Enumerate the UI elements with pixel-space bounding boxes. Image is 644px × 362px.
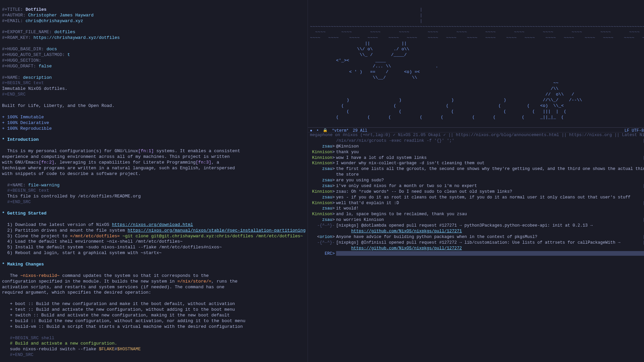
irc-line: zsau>the first one lists all the gcroots… xyxy=(310,166,644,178)
org-val: description xyxy=(23,75,52,80)
footnote-ref[interactable]: [fn:3] xyxy=(196,160,211,165)
org-email: chris@chrishayward.xyz xyxy=(25,18,83,23)
org-key: #+ROAM_KEY: xyxy=(2,35,31,40)
step: 5) Install the default system ~sudo nixo… xyxy=(7,245,222,250)
op-item: + switch :: Build and activate the new c… xyxy=(10,313,229,318)
begin-src: #+BEGIN_SRC shell xyxy=(10,336,54,341)
irc-line: Kinnison>zsau: Oh *rude words* -- Do I n… xyxy=(310,189,644,195)
tagline: Built for Life, Liberty, and the Open Ro… xyxy=(2,103,114,108)
vterm-buffer[interactable]: | | | ~~~~~~~~~~~~~~~~~~~~~~~~~~~~~~~~~~… xyxy=(308,0,644,127)
org-val: false xyxy=(39,64,52,69)
heading-intro: * Introduction xyxy=(2,137,39,142)
org-key: #+HUGO_BASE_DIR: xyxy=(2,47,44,52)
irc-line: zsau>are you using sudo? xyxy=(310,178,644,183)
modeline-enc: LF UTF-8 xyxy=(625,128,644,132)
irc-line: Kinnison>and lo, space begins to be recl… xyxy=(310,212,644,217)
irc-bot-line: -{^-^}-[nixpkgs] @dotlambda opened pull … xyxy=(310,223,644,234)
vterm-pane: | | | ~~~~~~~~~~~~~~~~~~~~~~~~~~~~~~~~~~… xyxy=(308,0,644,132)
org-title: Dotfiles xyxy=(25,7,46,12)
heading-making-changes: * Making Changes xyxy=(2,262,44,267)
modeline-pos: 29 All xyxy=(353,128,367,132)
irc-line: zsau>i've only used nixos for a month or… xyxy=(310,183,644,189)
org-val: docs xyxy=(47,47,57,52)
src-comment: # Build and activate a new configuration… xyxy=(10,341,117,346)
org-key: #+EMAIL: xyxy=(2,18,23,23)
op-item: + build-vm :: Build a script that starts… xyxy=(10,324,243,329)
modeline-vterm: ● • 🔒 *vterm* 29 All LF UTF-8 VTerm xyxy=(308,127,644,132)
irc-line: zsau>it would! xyxy=(310,206,644,212)
org-key: #+EXPORT_FILE_NAME: xyxy=(2,29,52,35)
step: 6) Reboot and login, start a graphical s… xyxy=(7,250,162,255)
dot-icon: • xyxy=(316,128,319,132)
mc-paragraph: The ~nixos-rebuild~ command updates the … xyxy=(2,273,244,296)
src-body: Immutable NixOS dotfiles. xyxy=(2,86,67,91)
irc-bot-line: -{^-^}-[nixpkgs] @Infinisil opened pull … xyxy=(310,240,644,251)
modeline-buffer-name: *vterm* xyxy=(332,128,348,132)
ascii-fish: || || \\/ o\ ./ o\\ \\_ / /____/ <'_>< _… xyxy=(310,41,582,120)
irc-line: Kinnison>wow I have a lot of old system … xyxy=(310,155,644,161)
irc-topic: megaphone on #nixos (+nrt,lag:0) ✓ NixOS… xyxy=(310,132,644,138)
org-key: #+HUGO_SECTION: xyxy=(2,58,41,63)
circle-icon: ● xyxy=(310,128,312,132)
right-pane: | | | ~~~~~~~~~~~~~~~~~~~~~~~~~~~~~~~~~~… xyxy=(308,0,644,362)
end-src: #+END_SRC xyxy=(10,352,33,357)
end-src: #+END_SRC xyxy=(2,92,25,97)
step: 2) Partition drives and mount the file s… xyxy=(7,228,306,233)
end-src: #+END_SRC xyxy=(7,199,31,204)
org-key: #+AUTHOR: xyxy=(2,13,25,18)
irc-line: <orion>Anyone have advice for building p… xyxy=(310,234,644,240)
op-item: + boot :: Build the new configuration an… xyxy=(10,301,235,306)
footnote-ref[interactable]: [fn:2] xyxy=(39,160,54,165)
org-val: dotfiles xyxy=(54,29,75,35)
lock-icon: 🔒 xyxy=(323,128,328,132)
begin-src: #+BEGIN_SRC text xyxy=(2,80,44,85)
intro-paragraph: This is my personal configuration(s) for… xyxy=(2,148,240,177)
op-item: + test :: Build and activate the new con… xyxy=(10,307,235,312)
erc-buffer[interactable]: megaphone on #nixos (+nrt,lag:0) ✓ NixOS… xyxy=(308,132,644,362)
irc-line: Kinnison>thank you xyxy=(310,149,644,155)
org-key: #+NAME: xyxy=(2,75,20,80)
src-cmd: sudo nixos-rebuild switch --flake $FLAKE… xyxy=(10,347,141,352)
step: 4) Load the default shell environment ~n… xyxy=(7,239,183,244)
org-buffer[interactable]: #+TITLE: Dotfiles #+AUTHOR: Christopher … xyxy=(0,0,308,362)
heading-getting-started: * Getting Started xyxy=(2,211,47,216)
org-key: #+NAME: xyxy=(7,183,26,188)
irc-line: Kinnison>I wonder why nix-collect-garbag… xyxy=(310,161,644,166)
ascii-art: | | | ~~~~~~~~~~~~~~~~~~~~~~~~~~~~~~~~~~… xyxy=(310,7,644,40)
erc-input[interactable] xyxy=(336,251,644,256)
bullet: + 100% Reproducible xyxy=(2,126,52,131)
irc-topic: /nix/var/nix/gcroots -exec readlink -f '… xyxy=(310,138,644,144)
erc-pane: megaphone on #nixos (+nrt,lag:0) ✓ NixOS… xyxy=(308,132,644,362)
irc-line: Kinnison>well that'd explain it :D[18:38… xyxy=(310,200,644,206)
src-body: This file is controlled by /etc/dotfiles… xyxy=(7,194,141,199)
step: 1) Download the latest version of NixOS … xyxy=(7,222,193,227)
org-key: #+TITLE: xyxy=(2,7,23,12)
org-key: #+HUGO_DRAFT: xyxy=(2,64,36,69)
org-val: https://chrishayward.xyz/dotfiles xyxy=(34,35,120,40)
pr-link[interactable]: https://github.com/NixOS/nixpkgs/pull/12… xyxy=(351,229,462,234)
erc-prompt-line[interactable]: ERC> xyxy=(310,251,644,257)
pr-link[interactable]: https://github.com/NixOS/nixpkgs/pull/12… xyxy=(351,246,462,251)
org-author: Christopher James Hayward xyxy=(28,13,94,18)
irc-line: zsau>yes - if you do it as root it clean… xyxy=(310,195,644,200)
irc-line: zsau>no worries Kinnison[18:39] xyxy=(310,217,644,223)
download-link[interactable]: https://nixos.org/download.html xyxy=(112,222,193,227)
left-pane: #+TITLE: Dotfiles #+AUTHOR: Christopher … xyxy=(0,0,308,362)
step: 3) Clone the project to =/mnt/etc/dotfil… xyxy=(7,234,303,239)
begin-src: #+BEGIN_SRC text xyxy=(7,188,49,193)
footnote-ref[interactable]: [fn:1] xyxy=(138,148,154,154)
bullet: + 100% Immutable xyxy=(2,115,44,120)
org-val: t xyxy=(67,52,70,57)
bullet: + 100% Declarative xyxy=(2,120,49,125)
irc-line: zsau>@Kinnison xyxy=(310,144,644,149)
op-item: + build :: Build the new configuration, … xyxy=(10,318,245,323)
org-key: #+HUGO_AUTO_SET_LASTMOD: xyxy=(2,52,65,57)
partition-link[interactable]: https://nixos.org/manual/nixos/stable/#s… xyxy=(127,228,306,233)
